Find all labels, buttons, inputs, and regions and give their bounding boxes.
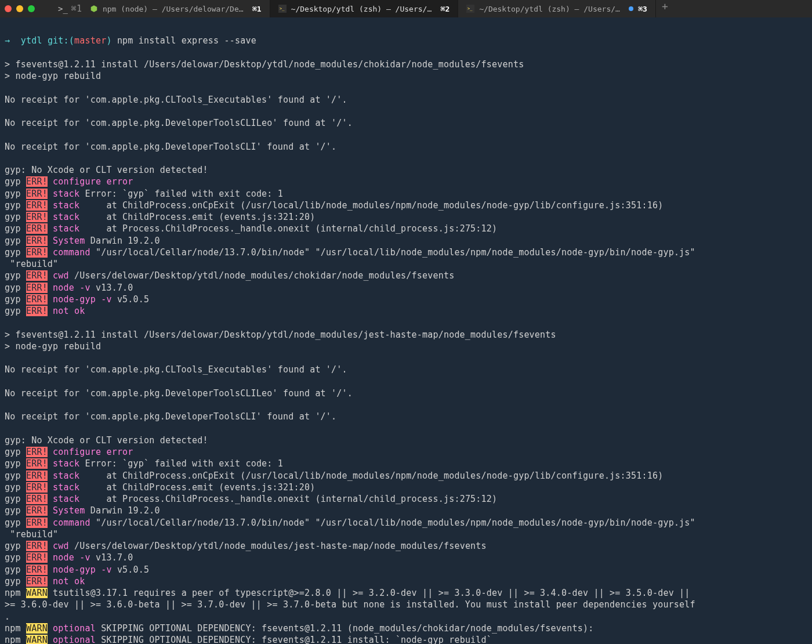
gypv-label: node-gyp -v bbox=[53, 565, 112, 575]
tab-3[interactable]: >_ ~/Desktop/ytdl (zsh) — /Users/delowar… bbox=[458, 0, 656, 17]
stack-label: stack bbox=[53, 482, 79, 493]
conf-err: configure error bbox=[53, 447, 133, 457]
stack-line: at Process.ChildProcess._handle.onexit (… bbox=[79, 494, 497, 504]
err-badge: ERR! bbox=[26, 247, 48, 258]
conf-err: configure error bbox=[53, 176, 133, 187]
line: No receipt for 'com.apple.pkg.DeveloperT… bbox=[5, 118, 353, 128]
line: > node-gyp rebuild bbox=[5, 71, 101, 81]
terminal-icon: >_ bbox=[278, 5, 287, 13]
line: > fsevents@1.2.11 install /Users/delowar… bbox=[5, 330, 556, 340]
err-badge: ERR! bbox=[26, 176, 48, 187]
line: No receipt for 'com.apple.pkg.DeveloperT… bbox=[5, 388, 353, 399]
stack-label: stack bbox=[53, 223, 79, 234]
gyp-label: gyp bbox=[5, 270, 21, 281]
err-badge: ERR! bbox=[26, 189, 48, 199]
command-label: command bbox=[53, 518, 90, 528]
line: "rebuild" bbox=[5, 529, 58, 540]
command-label: command bbox=[53, 247, 90, 258]
add-tab-button[interactable]: + bbox=[656, 0, 674, 17]
gyp-label: gyp bbox=[5, 552, 21, 563]
err-badge: ERR! bbox=[26, 471, 48, 481]
stack-line: Error: `gyp` failed with exit code: 1 bbox=[79, 458, 283, 469]
command-text: npm install express --save bbox=[117, 35, 256, 46]
err-badge: ERR! bbox=[26, 482, 48, 493]
err-badge: ERR! bbox=[26, 576, 48, 587]
gyp-label: gyp bbox=[5, 223, 21, 234]
tab-1-title: npm (node) — /Users/delowar/Desktop/ytdl bbox=[103, 5, 248, 13]
gyp-label: gyp bbox=[5, 576, 21, 587]
err-badge: ERR! bbox=[26, 552, 48, 563]
svg-text:>_: >_ bbox=[280, 6, 285, 11]
cwd-val: /Users/delowar/Desktop/ytdl/node_modules… bbox=[69, 270, 455, 281]
git-close: ) bbox=[106, 35, 111, 46]
tab-3-kbd: ⌘3 bbox=[638, 5, 647, 13]
stack-line: at Process.ChildProcess._handle.onexit (… bbox=[79, 223, 497, 234]
npm-label: npm bbox=[5, 588, 21, 598]
err-badge: ERR! bbox=[26, 447, 48, 457]
git-branch: master bbox=[74, 35, 106, 46]
gyp-label: gyp bbox=[5, 212, 21, 222]
err-badge: ERR! bbox=[26, 505, 48, 516]
tab-2[interactable]: >_ ~/Desktop/ytdl (zsh) — /Users/delowar… bbox=[270, 0, 459, 17]
maximize-window[interactable] bbox=[28, 5, 35, 12]
prompt-arrow: → bbox=[5, 35, 10, 46]
terminal-output[interactable]: → ytdl git:(master) npm install express … bbox=[0, 17, 812, 644]
gypv-val: v5.0.5 bbox=[112, 294, 150, 305]
prompt-dir: ytdl bbox=[21, 35, 42, 46]
system-label: System bbox=[53, 236, 85, 246]
optional-label: optional bbox=[53, 635, 96, 644]
git-label: git:( bbox=[48, 35, 74, 46]
gyp-label: gyp bbox=[5, 247, 21, 258]
line: gyp: No Xcode or CLT version detected! bbox=[5, 165, 208, 175]
err-badge: ERR! bbox=[26, 458, 48, 469]
command-val: "/usr/local/Cellar/node/13.7.0/bin/node"… bbox=[90, 247, 695, 258]
tab-bar: npm (node) — /Users/delowar/Desktop/ytdl… bbox=[82, 0, 807, 17]
gyp-label: gyp bbox=[5, 189, 21, 199]
system-label: System bbox=[53, 505, 85, 516]
warn-badge: WARN bbox=[26, 635, 48, 644]
line: No receipt for 'com.apple.pkg.DeveloperT… bbox=[5, 411, 336, 422]
err-badge: ERR! bbox=[26, 223, 48, 234]
stack-label: stack bbox=[53, 471, 79, 481]
minimize-window[interactable] bbox=[16, 5, 23, 12]
warn-line: SKIPPING OPTIONAL DEPENDENCY: fsevents@1… bbox=[96, 635, 492, 644]
err-badge: ERR! bbox=[26, 283, 48, 293]
tab-3-title: ~/Desktop/ytdl (zsh) — /Users/delowar/De… bbox=[479, 5, 624, 13]
warn-line: tsutils@3.17.1 requires a peer of typesc… bbox=[48, 588, 690, 598]
stack-label: stack bbox=[53, 212, 79, 222]
title-shortcut: ⌘1 bbox=[71, 3, 82, 14]
optional-label: optional bbox=[53, 623, 96, 634]
system-val: Darwin 19.2.0 bbox=[85, 236, 160, 246]
cwd-label: cwd bbox=[53, 541, 69, 551]
line: > node-gyp rebuild bbox=[5, 341, 101, 352]
line: > fsevents@1.2.11 install /Users/delowar… bbox=[5, 59, 524, 70]
stack-label: stack bbox=[53, 189, 79, 199]
gyp-label: gyp bbox=[5, 541, 21, 551]
gyp-label: gyp bbox=[5, 458, 21, 469]
gypv-val: v5.0.5 bbox=[112, 565, 150, 575]
gyp-label: gyp bbox=[5, 482, 21, 493]
gyp-label: gyp bbox=[5, 176, 21, 187]
nodev-label: node -v bbox=[53, 283, 90, 293]
stack-line: at ChildProcess.onCpExit (/usr/local/lib… bbox=[79, 200, 663, 211]
stack-line: at ChildProcess.emit (events.js:321:20) bbox=[79, 212, 315, 222]
gyp-label: gyp bbox=[5, 447, 21, 457]
tab-1[interactable]: npm (node) — /Users/delowar/Desktop/ytdl… bbox=[82, 0, 270, 17]
stack-line: at ChildProcess.onCpExit (/usr/local/lib… bbox=[79, 471, 663, 481]
warn-line: . bbox=[5, 612, 10, 622]
system-val: Darwin 19.2.0 bbox=[85, 505, 160, 516]
nodev-val: v13.7.0 bbox=[90, 552, 133, 563]
gyp-label: gyp bbox=[5, 294, 21, 305]
npm-label: npm bbox=[5, 623, 21, 634]
stack-label: stack bbox=[53, 494, 79, 504]
stack-label: stack bbox=[53, 458, 79, 469]
notok-label: not ok bbox=[53, 576, 85, 587]
activity-dot bbox=[629, 6, 633, 11]
stack-line: Error: `gyp` failed with exit code: 1 bbox=[79, 189, 283, 199]
warn-badge: WARN bbox=[26, 588, 48, 598]
command-val: "/usr/local/Cellar/node/13.7.0/bin/node"… bbox=[90, 518, 695, 528]
tab-1-kbd: ⌘1 bbox=[252, 5, 262, 13]
gyp-label: gyp bbox=[5, 565, 21, 575]
close-window[interactable] bbox=[5, 5, 12, 12]
warn-badge: WARN bbox=[26, 623, 48, 634]
